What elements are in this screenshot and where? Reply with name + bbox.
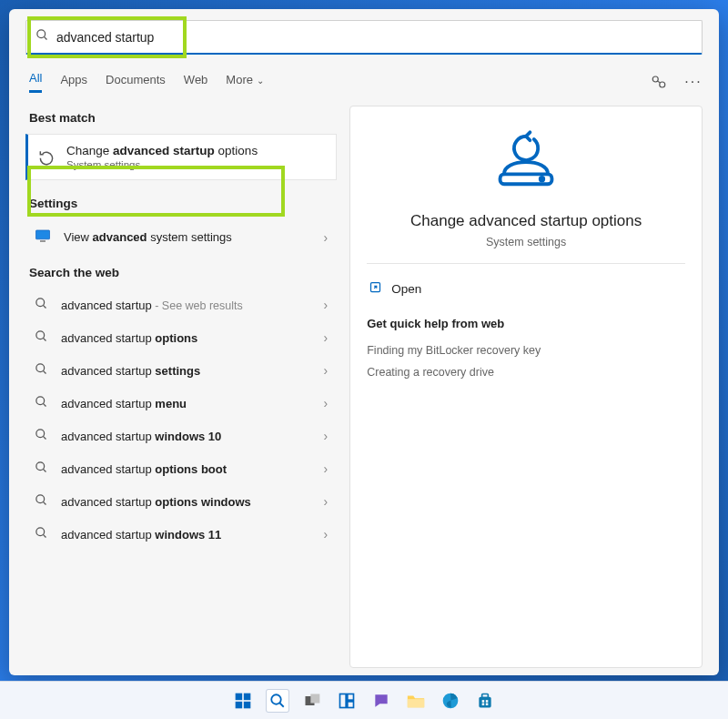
open-button[interactable]: Open — [367, 275, 685, 302]
chevron-down-icon: ⌄ — [257, 76, 264, 86]
open-label: Open — [391, 282, 421, 296]
svg-line-4 — [658, 81, 661, 83]
divider — [367, 263, 685, 264]
svg-line-15 — [43, 403, 46, 406]
svg-point-0 — [37, 30, 46, 38]
results-left-pane: Best match Change advanced startup optio… — [25, 106, 337, 668]
quick-help-item[interactable]: Creating a recovery drive — [367, 361, 685, 383]
web-result-label: advanced startup - See web results — [61, 299, 311, 312]
search-icon — [35, 493, 48, 510]
more-options-icon[interactable]: ··· — [684, 73, 703, 91]
web-result-label: advanced startup windows 11 — [61, 528, 311, 542]
taskbar-search-icon[interactable] — [266, 689, 289, 713]
tab-all[interactable]: All — [29, 71, 42, 93]
svg-point-8 — [36, 299, 45, 307]
best-match-subtitle: System settings — [66, 159, 258, 170]
tabs-row: All Apps Documents Web More ⌄ ··· — [25, 71, 703, 93]
svg-line-1 — [44, 36, 46, 39]
quick-help-header: Get quick help from web — [367, 317, 685, 330]
chevron-right-icon: › — [324, 363, 329, 378]
svg-point-14 — [36, 397, 45, 405]
svg-rect-33 — [310, 694, 319, 703]
search-window: All Apps Documents Web More ⌄ ··· Best m… — [9, 9, 719, 675]
web-result[interactable]: advanced startup windows 10› — [25, 420, 337, 452]
settings-result[interactable]: View advanced system settings › — [25, 219, 337, 255]
web-result[interactable]: advanced startup menu› — [25, 387, 337, 420]
widgets-icon[interactable] — [335, 689, 359, 713]
svg-rect-7 — [40, 240, 46, 242]
svg-rect-42 — [486, 700, 489, 703]
svg-line-19 — [43, 469, 46, 471]
web-result[interactable]: advanced startup settings› — [25, 354, 337, 387]
chevron-right-icon: › — [324, 396, 329, 410]
tab-web[interactable]: Web — [184, 73, 208, 92]
edge-icon[interactable] — [439, 689, 462, 713]
task-view-icon[interactable] — [300, 689, 324, 713]
search-icon — [35, 428, 48, 444]
svg-line-17 — [43, 436, 46, 439]
quick-help-item[interactable]: Finding my BitLocker recovery key — [367, 339, 685, 361]
tab-documents[interactable]: Documents — [106, 73, 166, 92]
svg-point-30 — [271, 694, 281, 704]
svg-rect-41 — [482, 700, 485, 703]
tab-apps[interactable]: Apps — [60, 73, 87, 92]
web-result[interactable]: advanced startup windows 11› — [25, 518, 337, 551]
search-icon — [35, 395, 48, 411]
web-result-label: advanced startup menu — [61, 397, 311, 410]
best-match-header: Best match — [29, 111, 333, 125]
file-explorer-icon[interactable] — [404, 689, 428, 713]
search-icon — [35, 297, 48, 313]
detail-title: Change advanced startup options — [410, 212, 642, 230]
svg-rect-29 — [244, 701, 251, 708]
search-scope-icon[interactable] — [650, 73, 668, 91]
store-icon[interactable] — [473, 689, 497, 713]
chevron-right-icon: › — [324, 298, 329, 312]
svg-point-20 — [36, 495, 45, 503]
svg-rect-5 — [36, 230, 50, 239]
taskbar — [0, 681, 728, 719]
settings-result-label: View advanced system settings — [64, 230, 311, 244]
detail-hero-icon — [494, 128, 558, 196]
web-result-label: advanced startup options — [61, 331, 311, 345]
web-result-label: advanced startup options boot — [61, 462, 311, 476]
chat-icon[interactable] — [369, 689, 393, 713]
tab-more[interactable]: More ⌄ — [226, 73, 263, 92]
svg-rect-34 — [340, 694, 347, 707]
search-icon — [35, 461, 48, 477]
chevron-right-icon: › — [324, 230, 329, 245]
search-icon — [35, 362, 48, 379]
web-result[interactable]: advanced startup options boot› — [25, 452, 337, 485]
web-result-label: advanced startup windows 10 — [61, 430, 311, 443]
svg-line-13 — [43, 370, 46, 373]
svg-point-3 — [660, 82, 665, 87]
svg-line-11 — [43, 338, 46, 340]
chevron-right-icon: › — [324, 461, 329, 476]
svg-rect-39 — [479, 696, 490, 707]
svg-point-16 — [36, 430, 45, 438]
svg-rect-44 — [486, 703, 489, 705]
chevron-right-icon: › — [324, 527, 329, 542]
svg-point-12 — [36, 364, 45, 372]
svg-point-18 — [36, 462, 45, 471]
svg-point-10 — [36, 331, 45, 339]
svg-line-23 — [43, 534, 46, 537]
search-icon — [35, 28, 49, 46]
settings-header: Settings — [29, 197, 333, 210]
open-icon — [369, 280, 382, 297]
search-icon — [35, 526, 48, 542]
recovery-icon — [37, 148, 56, 167]
best-match-result[interactable]: Change advanced startup options System s… — [25, 134, 337, 180]
svg-line-9 — [43, 305, 46, 308]
web-result-label: advanced startup settings — [61, 364, 311, 378]
search-web-header: Search the web — [29, 266, 333, 279]
search-bar[interactable] — [25, 20, 703, 55]
svg-rect-40 — [482, 694, 489, 697]
web-result[interactable]: advanced startup options› — [25, 321, 337, 354]
svg-rect-26 — [236, 693, 243, 700]
web-result[interactable]: advanced startup - See web results› — [25, 289, 337, 321]
svg-point-22 — [36, 528, 45, 536]
start-button[interactable] — [231, 689, 255, 713]
web-result[interactable]: advanced startup options windows› — [25, 485, 337, 518]
search-input[interactable] — [56, 30, 693, 45]
chevron-right-icon: › — [324, 330, 329, 345]
